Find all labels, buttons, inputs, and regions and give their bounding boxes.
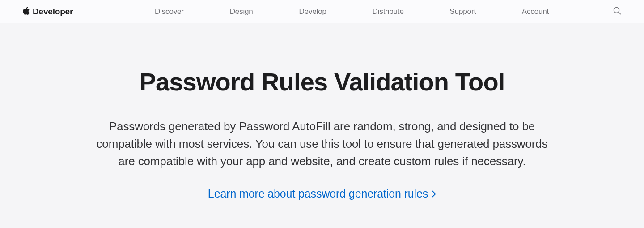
nav-link-account[interactable]: Account bbox=[522, 7, 549, 16]
nav-link-design[interactable]: Design bbox=[230, 7, 253, 16]
page-title: Password Rules Validation Tool bbox=[87, 67, 557, 96]
search-icon[interactable] bbox=[613, 6, 622, 17]
brand-link[interactable]: Developer bbox=[22, 6, 73, 17]
page-description: Passwords generated by Password AutoFill… bbox=[87, 118, 557, 170]
top-navbar: Developer Discover Design Develop Distri… bbox=[0, 0, 644, 23]
nav-link-distribute[interactable]: Distribute bbox=[373, 7, 404, 16]
svg-line-1 bbox=[619, 12, 621, 14]
chevron-right-icon bbox=[432, 187, 436, 200]
learn-more-link[interactable]: Learn more about password generation rul… bbox=[208, 187, 436, 200]
nav-link-develop[interactable]: Develop bbox=[299, 7, 326, 16]
nav-link-support[interactable]: Support bbox=[450, 7, 476, 16]
main-content: Password Rules Validation Tool Passwords… bbox=[87, 23, 557, 200]
nav-link-discover[interactable]: Discover bbox=[155, 7, 184, 16]
learn-more-text: Learn more about password generation rul… bbox=[208, 187, 428, 200]
brand-text: Developer bbox=[33, 7, 73, 17]
svg-point-0 bbox=[614, 7, 619, 13]
apple-logo-icon bbox=[22, 6, 30, 17]
nav-links-container: Discover Design Develop Distribute Suppo… bbox=[109, 7, 595, 16]
